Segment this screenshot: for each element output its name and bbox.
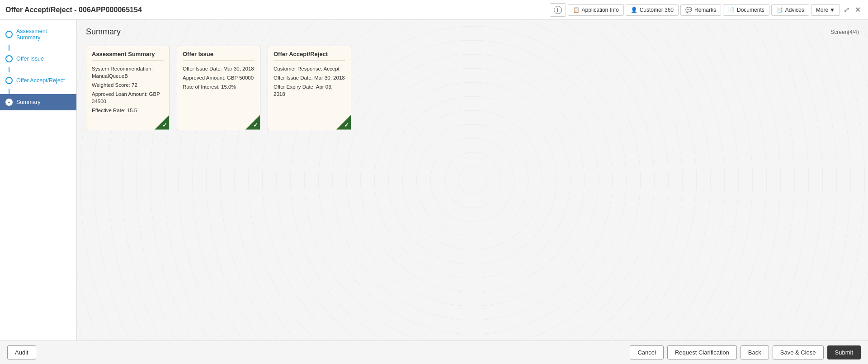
advices-icon: 📑	[776, 7, 783, 13]
back-button[interactable]: Back	[741, 345, 769, 359]
assessment-summary-row-3: Approved Loan Amount: GBP 34500	[92, 90, 164, 105]
assessment-summary-row-2: Weighted Score: 72	[92, 81, 164, 89]
remarks-button[interactable]: 💬 Remarks	[680, 4, 721, 16]
screen-info: Screen(4/4)	[830, 29, 859, 35]
assessment-summary-row-1: System Recommendation: ManualQueueB	[92, 65, 164, 80]
sidebar-label-summary: Summary	[16, 99, 40, 105]
documents-button[interactable]: 📄 Documents	[723, 4, 769, 16]
sidebar-label-offer-accept-reject: Offer Accept/Reject	[16, 77, 65, 84]
assessment-summary-checkmark	[155, 115, 169, 130]
more-button[interactable]: More ▼	[811, 4, 840, 16]
footer-right: Cancel Request Clarification Back Save &…	[630, 345, 861, 359]
close-button[interactable]: ✕	[853, 4, 863, 16]
assessment-summary-card: Assessment Summary System Recommendation…	[86, 46, 170, 130]
application-info-icon: 📋	[573, 7, 580, 13]
resize-button[interactable]: ⤢	[842, 4, 851, 16]
offer-accept-reject-card-title: Offer Accept/Reject	[274, 51, 345, 61]
offer-issue-card-title: Offer Issue	[183, 51, 255, 61]
header: Offer Accept/Reject - 006APP000065154 i …	[0, 0, 868, 20]
cards-row: Assessment Summary System Recommendation…	[86, 46, 859, 130]
sidebar-item-offer-issue[interactable]: Offer Issue	[0, 51, 76, 67]
audit-button[interactable]: Audit	[7, 345, 36, 359]
offer-issue-row-1: Offer Issue Date: Mar 30, 2018	[183, 65, 255, 72]
footer-left: Audit	[7, 345, 36, 359]
step-circle-4	[5, 99, 13, 106]
offer-accept-reject-row-3: Offer Expiry Date: Apr 03, 2018	[274, 83, 345, 98]
cancel-button[interactable]: Cancel	[630, 345, 663, 359]
footer: Audit Cancel Request Clarification Back …	[0, 340, 868, 364]
chevron-down-icon: ▼	[830, 7, 835, 13]
application-info-button[interactable]: 📋 Application Info	[568, 4, 624, 16]
sidebar-label-offer-issue: Offer Issue	[16, 56, 44, 62]
customer-360-icon: 👤	[631, 7, 637, 13]
sidebar-item-assessment-summary[interactable]: Assessment Summary	[0, 24, 76, 45]
content-header: Summary Screen(4/4)	[86, 27, 859, 37]
documents-icon: 📄	[728, 7, 735, 13]
offer-accept-reject-checkmark	[336, 115, 351, 130]
offer-issue-card: Offer Issue Offer Issue Date: Mar 30, 20…	[177, 46, 260, 130]
sidebar-label-assessment-summary: Assessment Summary	[16, 28, 71, 41]
sidebar: Assessment Summary Offer Issue Offer Acc…	[0, 20, 77, 340]
sidebar-connector-3	[9, 89, 9, 94]
sidebar-connector-2	[9, 67, 9, 72]
offer-accept-reject-row-2: Offer Issue Date: Mar 30, 2018	[274, 74, 345, 81]
info-button[interactable]: i	[550, 3, 566, 17]
offer-accept-reject-card: Offer Accept/Reject Customer Response: A…	[268, 46, 351, 130]
page-title: Offer Accept/Reject - 006APP000065154	[5, 6, 142, 14]
sidebar-item-offer-accept-reject[interactable]: Offer Accept/Reject	[0, 72, 76, 89]
offer-issue-checkmark	[245, 115, 260, 130]
main-layout: Assessment Summary Offer Issue Offer Acc…	[0, 20, 868, 340]
info-icon: i	[554, 6, 562, 14]
request-clarification-button[interactable]: Request Clarification	[667, 345, 737, 359]
save-close-button[interactable]: Save & Close	[773, 345, 824, 359]
sidebar-connector-1	[9, 45, 9, 51]
step-circle-2	[5, 55, 13, 62]
assessment-summary-card-title: Assessment Summary	[92, 51, 164, 61]
sidebar-item-summary[interactable]: Summary	[0, 94, 76, 110]
advices-button[interactable]: 📑 Advices	[771, 4, 809, 16]
content-area: Summary Screen(4/4) Assessment Summary S…	[77, 20, 868, 340]
assessment-summary-row-4: Effective Rate: 15.5	[92, 107, 164, 114]
header-actions: i 📋 Application Info 👤 Customer 360 💬 Re…	[550, 3, 863, 17]
offer-issue-row-2: Approved Amount: GBP 50000	[183, 74, 255, 81]
offer-issue-row-3: Rate of Interest: 15.0%	[183, 83, 255, 90]
offer-accept-reject-row-1: Customer Response: Accept	[274, 65, 345, 72]
content-title: Summary	[86, 27, 121, 37]
step-circle-1	[5, 31, 13, 38]
remarks-icon: 💬	[685, 7, 692, 13]
customer-360-button[interactable]: 👤 Customer 360	[626, 4, 679, 16]
step-circle-3	[5, 77, 13, 84]
submit-button[interactable]: Submit	[827, 345, 861, 359]
